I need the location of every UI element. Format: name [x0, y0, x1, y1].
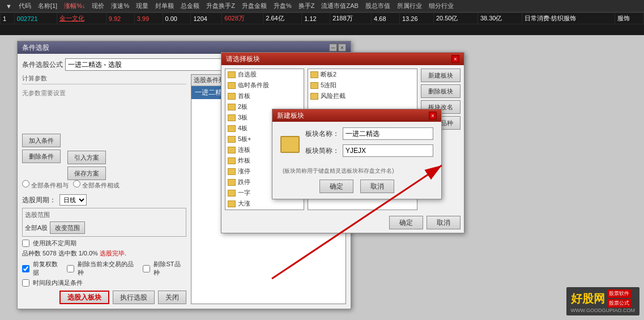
btn-import[interactable]: 引入方案	[67, 151, 106, 164]
folder-icon-shouban	[228, 93, 236, 100]
chk-jump[interactable]	[22, 240, 29, 247]
folder-label-5lianyang: 5连阳	[321, 81, 336, 89]
btn-select-into-banku[interactable]: 选股入板块	[59, 291, 109, 304]
count-text: 品种数 5078 选中数 1/0.0%	[22, 250, 98, 257]
complete-text: 选股完毕.	[100, 250, 126, 257]
btn-delete-banku[interactable]: 删除板块	[421, 84, 460, 98]
chk-remove-st[interactable]	[143, 265, 150, 272]
folder-label-4ban: 4板	[238, 124, 248, 133]
folder-item-duanban1[interactable]: 断板1	[225, 209, 304, 210]
stock-table-area: 1 002721 金一文化 9.92 3.99 0.00 1204 6028万 …	[0, 12, 644, 35]
topbar-col-changepct: 涨幅%↓	[61, 2, 88, 10]
btn-execute[interactable]: 执行选股	[113, 291, 155, 304]
folder-label-duanban2: 断板2	[321, 70, 336, 79]
topbar-col-name: 名称[1]	[35, 2, 61, 10]
formula-input[interactable]	[65, 58, 246, 71]
folder-icon-5lianyang	[310, 82, 318, 89]
topbar-col-upamount: 升盘金额	[238, 2, 270, 10]
cell-uppct: 4.68	[372, 13, 400, 24]
topbar-col-mktcap: 股总市值	[362, 2, 394, 10]
dialog-tiaojian-close-btn[interactable]: ×	[338, 44, 346, 52]
cell-float: 20.50亿	[433, 13, 477, 24]
btn-newbanku-ok[interactable]: 确定	[319, 180, 353, 193]
table-row[interactable]: 1 002721 金一文化 9.92 3.99 0.00 1204 6028万 …	[1, 13, 644, 24]
dialog-tiaojian-minimize-btn[interactable]: ─	[329, 44, 337, 52]
radio-condition-row: 全部条件相与 全部条件相或	[22, 180, 186, 190]
chk-prev-rights-label: 前复权数据	[33, 260, 63, 277]
range-value: 全部A股	[25, 224, 48, 232]
folder-icon-linshi	[228, 82, 236, 89]
cell-turnover: 13.26	[399, 13, 433, 24]
watermark: 好股网 股票软件 股票公式 WWW.GOODGUPIAO.COM	[566, 287, 640, 315]
folder-item-linshi[interactable]: 临时条件股	[225, 80, 304, 91]
folder-icon-3ban	[228, 114, 236, 121]
dialog-tiaojian-title-buttons: ─ ×	[329, 44, 346, 52]
btn-delete-condition[interactable]: 删除条件	[22, 150, 61, 163]
topbar-col-turnover: 换手Z	[295, 2, 318, 10]
folder-icon-duanban2	[310, 71, 318, 78]
folder-item-shouban[interactable]: 首板	[225, 91, 304, 101]
folder-item-zixuan[interactable]: 自选股	[225, 69, 304, 80]
cell-rownum: 1	[1, 13, 15, 24]
folder-icon-zhangtingr	[228, 168, 236, 175]
folder-label-3ban: 3板	[238, 113, 248, 122]
folder-label-zixuan: 自选股	[238, 70, 257, 79]
btn-change-range[interactable]: 改变范围	[50, 221, 85, 234]
chk-remove-st-label: 剔除ST品种	[153, 260, 186, 277]
dialog-newbanku-title: 新建板块	[277, 111, 304, 121]
topbar-col-total: 总金额	[177, 2, 203, 10]
topbar-arrow[interactable]: ▼	[2, 3, 15, 10]
radio-and-label: 全部条件相与	[22, 180, 69, 190]
btn-close[interactable]: 关闭	[158, 291, 186, 304]
radio-and[interactable]	[22, 180, 29, 187]
folder-label-dieting: 跌停	[238, 178, 250, 186]
chk-remove-untrade[interactable]	[67, 265, 74, 272]
dialog-banku-close-btn[interactable]: ×	[451, 55, 459, 63]
topbar-col-volume: 现量	[133, 2, 152, 10]
watermark-badge2: 股票公式	[607, 299, 631, 308]
period-select[interactable]: 日线	[59, 194, 87, 206]
btn-newbanku-cancel[interactable]: 取消	[360, 180, 394, 193]
folder-label-dazhang: 大涨	[238, 199, 250, 208]
left-col: 计算参数 无参数需要设置 加入条件 删除条件 引入方案 保存方案	[22, 74, 186, 304]
btn-banku-cancel[interactable]: 取消	[427, 216, 460, 229]
topbar-col-industry: 所属行业	[394, 2, 425, 10]
chk-time-label: 时间段内满足条件	[33, 279, 83, 287]
newbanku-hint: (板块简称用于键盘精灵选板块和存盘文件名)	[280, 167, 433, 175]
folder-item-5lianyang[interactable]: 5连阳	[308, 80, 417, 91]
radio-or[interactable]	[73, 180, 80, 187]
chk-time-period[interactable]	[22, 279, 29, 287]
folder-item-duanban2[interactable]: 断板2	[308, 69, 417, 80]
dialog-newbanku-titlebar: 新建板块 ×	[272, 109, 441, 122]
main-area: 条件选股 ─ × 条件选股公式 查找 用法注释 查看公式 计算参数	[0, 35, 644, 320]
btn-banku-ok[interactable]: 确定	[389, 216, 423, 229]
count-row: 品种数 5078 选中数 1/0.0% 选股完毕.	[22, 249, 186, 258]
newbanku-abbr-row: 板块简称：	[305, 144, 433, 157]
folder-icon-lianban	[228, 147, 236, 153]
chk-remove-untrade-label: 剔除当前未交易的品种	[78, 260, 139, 277]
condition-buttons: 加入条件 删除条件	[22, 134, 61, 180]
folder-item-dazhang[interactable]: 大涨	[225, 198, 304, 209]
folder-item-fengxian[interactable]: 风险拦截	[308, 91, 417, 101]
newbanku-abbr-input[interactable]	[343, 144, 433, 157]
period-label: 选股周期：	[22, 195, 56, 205]
folder-label-zhaban: 炸板	[238, 156, 250, 165]
cell-industry: 日常消费·纺织服饰	[522, 13, 615, 24]
newbanku-name-input[interactable]	[343, 127, 433, 140]
topbar-col-code: 代码	[15, 2, 35, 10]
scheme-buttons: 引入方案 保存方案	[67, 151, 106, 180]
newbanku-icon-row: 板块名称： 板块简称：	[280, 127, 433, 161]
btn-add-condition[interactable]: 加入条件	[22, 134, 61, 147]
newbanku-body: 板块名称： 板块简称： (板块简称用于键盘精灵选板块和存盘文件名) 确定 取消	[272, 122, 441, 199]
folder-label-yizi: 一字	[238, 189, 250, 197]
cell-upamount: 2188万	[330, 13, 372, 24]
chk-prev-rights[interactable]	[22, 265, 29, 272]
dialog-banku-titlebar: 请选择板块 ×	[221, 53, 464, 65]
folder-icon-4ban	[228, 125, 236, 132]
folder-label-2ban: 2板	[238, 103, 248, 111]
folder-icon-fengxian	[310, 93, 318, 100]
btn-save[interactable]: 保存方案	[67, 167, 106, 180]
topbar-col-uphand: 升盘换手Z	[203, 2, 238, 10]
dialog-newbanku-close-btn[interactable]: ×	[429, 112, 437, 120]
btn-new-banku[interactable]: 新建板块	[421, 69, 460, 82]
